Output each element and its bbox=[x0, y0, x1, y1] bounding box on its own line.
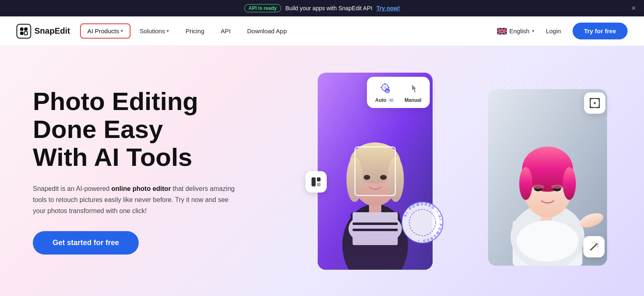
try-free-button[interactable]: Try for free bbox=[573, 23, 628, 39]
svg-point-35 bbox=[563, 167, 576, 200]
api-badge: API is ready bbox=[244, 4, 282, 12]
nav-download-label: Download App bbox=[247, 28, 287, 34]
magic-wand-icon bbox=[588, 241, 600, 252]
navbar: SnapEdit AI Products ▾ Solutions ▾ Prici… bbox=[0, 16, 644, 46]
svg-rect-47 bbox=[317, 183, 321, 186]
crop-expand-card[interactable] bbox=[584, 92, 605, 114]
svg-point-53 bbox=[595, 243, 598, 246]
svg-rect-27 bbox=[353, 229, 398, 231]
hero-left: Photo Editing Done Easy With AI Tools Sn… bbox=[33, 87, 293, 255]
ai-badge: AI bbox=[387, 98, 394, 103]
chevron-down-icon: ▾ bbox=[121, 28, 123, 34]
svg-point-7 bbox=[383, 86, 387, 89]
svg-rect-45 bbox=[312, 177, 316, 186]
hero-desc-prefix: Snapedit is an AI-powered bbox=[33, 185, 111, 192]
nav-item-api[interactable]: API bbox=[213, 23, 238, 39]
logo-text: SnapEdit bbox=[34, 26, 70, 36]
ai-powered-svg: AI POWERED • AI POWERED • bbox=[400, 200, 445, 245]
get-started-button[interactable]: Get started for free bbox=[33, 231, 139, 255]
crop-expand-icon bbox=[589, 97, 600, 109]
chevron-down-icon: ▾ bbox=[532, 28, 534, 34]
hero-title: Photo Editing Done Easy With AI Tools bbox=[33, 87, 293, 172]
auto-mode-icon: AI bbox=[378, 82, 392, 95]
login-button[interactable]: Login bbox=[541, 24, 566, 38]
svg-rect-16 bbox=[351, 212, 400, 270]
panel-icon-card[interactable] bbox=[305, 171, 327, 193]
nav-links: AI Products ▾ Solutions ▾ Pricing API Do… bbox=[80, 23, 497, 39]
nav-pricing-label: Pricing bbox=[186, 28, 204, 34]
hero-title-line3: With AI Tools bbox=[33, 143, 193, 171]
manual-mode-label: Manual bbox=[404, 97, 421, 103]
nav-api-label: API bbox=[221, 28, 231, 34]
nav-item-download[interactable]: Download App bbox=[240, 23, 294, 39]
auto-mode-option[interactable]: AI Auto AI bbox=[375, 82, 394, 103]
magic-wand-card[interactable] bbox=[583, 236, 605, 257]
manual-mode-option[interactable]: Manual bbox=[404, 82, 421, 103]
svg-line-57 bbox=[598, 244, 598, 245]
svg-point-39 bbox=[551, 185, 563, 189]
nav-right: English ▾ Login Try for free bbox=[497, 23, 628, 39]
svg-rect-26 bbox=[353, 223, 398, 225]
svg-point-15 bbox=[342, 204, 408, 270]
auto-mode-label: Auto AI bbox=[375, 97, 394, 103]
hero-description: Snapedit is an AI-powered online photo e… bbox=[33, 183, 238, 217]
svg-rect-2 bbox=[20, 32, 23, 35]
nav-item-solutions[interactable]: Solutions ▾ bbox=[132, 23, 176, 39]
mode-card: AI Auto AI Manual bbox=[367, 77, 430, 108]
banner-text: Build your apps with SnapEdit API bbox=[285, 5, 372, 11]
logo[interactable]: SnapEdit bbox=[16, 24, 70, 39]
manual-mode-icon bbox=[406, 82, 419, 95]
hero-title-line2: Done Easy bbox=[33, 115, 163, 143]
ai-powered-badge: AI POWERED • AI POWERED • bbox=[400, 200, 445, 245]
hero-right: AI Auto AI Manual bbox=[293, 64, 611, 278]
svg-rect-25 bbox=[353, 212, 398, 245]
top-banner: API is ready Build your apps with SnapEd… bbox=[0, 0, 644, 16]
flag-icon bbox=[497, 28, 507, 34]
language-label: English bbox=[509, 28, 529, 34]
svg-text:AI: AI bbox=[386, 90, 389, 93]
panel-icon bbox=[310, 176, 322, 188]
hero-section: Photo Editing Done Easy With AI Tools Sn… bbox=[0, 46, 644, 296]
svg-point-34 bbox=[519, 167, 532, 200]
hero-title-line1: Photo Editing bbox=[33, 87, 198, 115]
svg-line-55 bbox=[594, 242, 595, 243]
svg-rect-1 bbox=[24, 28, 28, 31]
svg-point-24 bbox=[348, 212, 402, 245]
banner-close-icon[interactable]: × bbox=[631, 4, 636, 13]
svg-rect-0 bbox=[20, 28, 23, 31]
nav-item-ai-products[interactable]: AI Products ▾ bbox=[80, 23, 131, 39]
svg-rect-3 bbox=[24, 32, 28, 35]
chevron-down-icon: ▾ bbox=[167, 28, 169, 34]
nav-item-pricing[interactable]: Pricing bbox=[178, 23, 212, 39]
banner-try-now[interactable]: Try now! bbox=[376, 5, 400, 11]
svg-line-51 bbox=[591, 245, 596, 250]
svg-point-38 bbox=[532, 185, 544, 189]
nav-solutions-label: Solutions bbox=[140, 28, 165, 34]
hero-desc-bold: online photo editor bbox=[111, 185, 171, 192]
svg-rect-46 bbox=[317, 177, 321, 181]
nav-ai-products-label: AI Products bbox=[87, 28, 119, 34]
logo-icon bbox=[16, 24, 31, 39]
focus-bracket bbox=[355, 147, 396, 196]
language-selector[interactable]: English ▾ bbox=[497, 28, 534, 34]
svg-point-40 bbox=[517, 220, 578, 262]
